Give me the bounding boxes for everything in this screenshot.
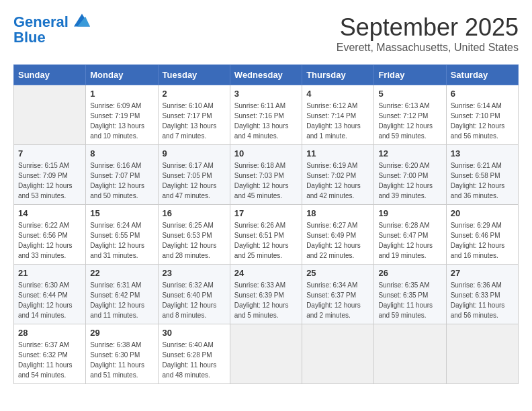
day-number: 20	[451, 208, 514, 218]
day-number: 8	[90, 148, 153, 158]
day-info: Sunrise: 6:18 AMSunset: 7:03 PMDaylight:…	[234, 161, 298, 201]
calendar-cell: 19Sunrise: 6:28 AMSunset: 6:47 PMDayligh…	[374, 205, 446, 265]
calendar-cell: 10Sunrise: 6:18 AMSunset: 7:03 PMDayligh…	[230, 145, 302, 205]
calendar-week-row: 1Sunrise: 6:09 AMSunset: 7:19 PMDaylight…	[14, 85, 519, 145]
calendar-cell: 23Sunrise: 6:32 AMSunset: 6:40 PMDayligh…	[158, 265, 230, 324]
day-info: Sunrise: 6:15 AMSunset: 7:09 PMDaylight:…	[18, 161, 81, 201]
logo-text: General	[13, 13, 90, 30]
weekday-header: Friday	[374, 65, 446, 85]
day-info: Sunrise: 6:09 AMSunset: 7:19 PMDaylight:…	[90, 101, 153, 141]
calendar-cell	[374, 324, 446, 384]
day-info: Sunrise: 6:13 AMSunset: 7:12 PMDaylight:…	[378, 101, 441, 141]
calendar-cell: 3Sunrise: 6:11 AMSunset: 7:16 PMDaylight…	[230, 85, 302, 145]
logo-blue: Blue	[13, 30, 90, 45]
day-number: 22	[90, 268, 153, 278]
calendar-cell	[230, 324, 302, 384]
calendar-cell: 7Sunrise: 6:15 AMSunset: 7:09 PMDaylight…	[14, 145, 86, 205]
day-info: Sunrise: 6:29 AMSunset: 6:46 PMDaylight:…	[451, 220, 514, 261]
day-info: Sunrise: 6:31 AMSunset: 6:42 PMDaylight:…	[90, 280, 153, 320]
calendar-cell: 17Sunrise: 6:26 AMSunset: 6:51 PMDayligh…	[230, 205, 302, 265]
day-number: 24	[234, 268, 298, 278]
day-number: 9	[163, 148, 226, 158]
day-info: Sunrise: 6:10 AMSunset: 7:17 PMDaylight:…	[163, 101, 226, 141]
calendar-cell: 20Sunrise: 6:29 AMSunset: 6:46 PMDayligh…	[446, 205, 518, 265]
calendar-cell: 26Sunrise: 6:35 AMSunset: 6:35 PMDayligh…	[374, 265, 446, 324]
day-info: Sunrise: 6:11 AMSunset: 7:16 PMDaylight:…	[234, 101, 298, 141]
calendar-cell: 1Sunrise: 6:09 AMSunset: 7:19 PMDaylight…	[86, 85, 158, 145]
day-info: Sunrise: 6:24 AMSunset: 6:55 PMDaylight:…	[90, 220, 153, 261]
day-number: 29	[90, 328, 153, 338]
calendar-week-row: 7Sunrise: 6:15 AMSunset: 7:09 PMDaylight…	[14, 145, 519, 205]
day-info: Sunrise: 6:14 AMSunset: 7:10 PMDaylight:…	[451, 101, 514, 141]
day-info: Sunrise: 6:22 AMSunset: 6:56 PMDaylight:…	[18, 220, 81, 261]
title-block: September 2025 Everett, Massachusetts, U…	[337, 13, 519, 54]
day-number: 7	[18, 148, 81, 158]
weekday-header: Tuesday	[158, 65, 230, 85]
weekday-header: Sunday	[14, 65, 86, 85]
day-info: Sunrise: 6:33 AMSunset: 6:39 PMDaylight:…	[234, 280, 298, 320]
calendar-cell: 14Sunrise: 6:22 AMSunset: 6:56 PMDayligh…	[14, 205, 86, 265]
calendar-cell	[302, 324, 374, 384]
logo-icon	[74, 13, 90, 27]
day-info: Sunrise: 6:25 AMSunset: 6:53 PMDaylight:…	[163, 220, 226, 261]
day-number: 17	[234, 208, 298, 218]
day-number: 28	[18, 328, 81, 338]
calendar-cell: 27Sunrise: 6:36 AMSunset: 6:33 PMDayligh…	[446, 265, 518, 324]
calendar-cell: 12Sunrise: 6:20 AMSunset: 7:00 PMDayligh…	[374, 145, 446, 205]
calendar-cell	[14, 85, 86, 145]
day-info: Sunrise: 6:20 AMSunset: 7:00 PMDaylight:…	[378, 161, 441, 201]
weekday-header: Wednesday	[230, 65, 302, 85]
day-number: 3	[234, 89, 298, 99]
calendar-cell: 28Sunrise: 6:37 AMSunset: 6:32 PMDayligh…	[14, 324, 86, 384]
header-row: SundayMondayTuesdayWednesdayThursdayFrid…	[14, 65, 519, 85]
page-header: General Blue September 2025 Everett, Mas…	[13, 13, 519, 54]
day-info: Sunrise: 6:17 AMSunset: 7:05 PMDaylight:…	[163, 161, 226, 201]
calendar-table: SundayMondayTuesdayWednesdayThursdayFrid…	[13, 64, 519, 384]
calendar-cell: 29Sunrise: 6:38 AMSunset: 6:30 PMDayligh…	[86, 324, 158, 384]
day-info: Sunrise: 6:28 AMSunset: 6:47 PMDaylight:…	[378, 220, 441, 261]
day-number: 19	[378, 208, 441, 218]
day-info: Sunrise: 6:21 AMSunset: 6:58 PMDaylight:…	[451, 161, 514, 201]
day-info: Sunrise: 6:40 AMSunset: 6:28 PMDaylight:…	[163, 340, 226, 380]
day-number: 15	[90, 208, 153, 218]
day-number: 1	[90, 89, 153, 99]
day-info: Sunrise: 6:32 AMSunset: 6:40 PMDaylight:…	[163, 280, 226, 320]
day-info: Sunrise: 6:19 AMSunset: 7:02 PMDaylight:…	[306, 161, 369, 201]
calendar-cell: 16Sunrise: 6:25 AMSunset: 6:53 PMDayligh…	[158, 205, 230, 265]
day-info: Sunrise: 6:38 AMSunset: 6:30 PMDaylight:…	[90, 340, 153, 380]
day-info: Sunrise: 6:30 AMSunset: 6:44 PMDaylight:…	[18, 280, 81, 320]
location: Everett, Massachusetts, United States	[337, 42, 519, 54]
day-number: 26	[378, 268, 441, 278]
calendar-cell: 5Sunrise: 6:13 AMSunset: 7:12 PMDaylight…	[374, 85, 446, 145]
calendar-cell: 25Sunrise: 6:34 AMSunset: 6:37 PMDayligh…	[302, 265, 374, 324]
calendar-cell: 13Sunrise: 6:21 AMSunset: 6:58 PMDayligh…	[446, 145, 518, 205]
day-info: Sunrise: 6:27 AMSunset: 6:49 PMDaylight:…	[306, 220, 369, 261]
calendar-cell: 6Sunrise: 6:14 AMSunset: 7:10 PMDaylight…	[446, 85, 518, 145]
day-number: 25	[306, 268, 369, 278]
day-number: 12	[378, 148, 441, 158]
day-number: 23	[163, 268, 226, 278]
day-number: 18	[306, 208, 369, 218]
calendar-cell: 9Sunrise: 6:17 AMSunset: 7:05 PMDaylight…	[158, 145, 230, 205]
day-number: 21	[18, 268, 81, 278]
calendar-cell	[446, 324, 518, 384]
day-number: 4	[306, 89, 369, 99]
day-info: Sunrise: 6:26 AMSunset: 6:51 PMDaylight:…	[234, 220, 298, 261]
calendar-cell: 18Sunrise: 6:27 AMSunset: 6:49 PMDayligh…	[302, 205, 374, 265]
day-number: 27	[451, 268, 514, 278]
calendar-cell: 30Sunrise: 6:40 AMSunset: 6:28 PMDayligh…	[158, 324, 230, 384]
weekday-header: Saturday	[446, 65, 518, 85]
day-info: Sunrise: 6:37 AMSunset: 6:32 PMDaylight:…	[18, 340, 81, 380]
day-info: Sunrise: 6:35 AMSunset: 6:35 PMDaylight:…	[378, 280, 441, 320]
day-info: Sunrise: 6:12 AMSunset: 7:14 PMDaylight:…	[306, 101, 369, 141]
calendar-cell: 15Sunrise: 6:24 AMSunset: 6:55 PMDayligh…	[86, 205, 158, 265]
day-number: 5	[378, 89, 441, 99]
day-number: 30	[163, 328, 226, 338]
calendar-week-row: 14Sunrise: 6:22 AMSunset: 6:56 PMDayligh…	[14, 205, 519, 265]
calendar-cell: 21Sunrise: 6:30 AMSunset: 6:44 PMDayligh…	[14, 265, 86, 324]
day-info: Sunrise: 6:16 AMSunset: 7:07 PMDaylight:…	[90, 161, 153, 201]
day-number: 2	[163, 89, 226, 99]
calendar-cell: 2Sunrise: 6:10 AMSunset: 7:17 PMDaylight…	[158, 85, 230, 145]
calendar-week-row: 21Sunrise: 6:30 AMSunset: 6:44 PMDayligh…	[14, 265, 519, 324]
calendar-cell: 24Sunrise: 6:33 AMSunset: 6:39 PMDayligh…	[230, 265, 302, 324]
